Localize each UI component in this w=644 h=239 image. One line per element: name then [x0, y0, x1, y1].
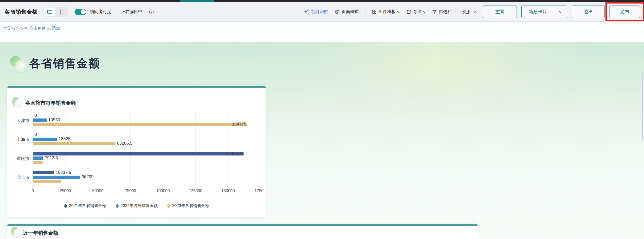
visibility-toggle[interactable] [75, 9, 86, 15]
page-style-label: 页面样式 [342, 9, 359, 15]
more-label: 更多 [463, 9, 471, 15]
palette-icon [335, 9, 340, 14]
legend-label: 2022年各省销售金额 [121, 203, 158, 209]
bar-重庆市-2021年各省销售金额[interactable] [33, 152, 244, 155]
axis-tick [31, 168, 33, 168]
new-card-dropdown-button[interactable] [554, 6, 567, 18]
funnel-icon [432, 10, 437, 14]
chevron-down-icon [423, 10, 426, 13]
legend-item[interactable]: 2022年各省销售金额 [116, 203, 158, 209]
bar-value-label: 63286.5 [117, 141, 132, 146]
legend-label: 2023年各省销售金额 [172, 203, 209, 209]
card-accent-bar [7, 224, 478, 226]
gridline [228, 111, 228, 187]
scrollbar-thumb[interactable] [642, 73, 643, 140]
chevron-down-icon [473, 10, 476, 13]
chart-card-title: 各直辖市每年销售金额 [25, 100, 76, 106]
window-tab-indicator [180, 0, 214, 2]
x-tick-label: 75000 [125, 189, 136, 193]
bar-value-label: 7912.5 [45, 155, 58, 161]
bar-value-label: 36209 [82, 174, 93, 179]
gridline [163, 111, 163, 187]
bar-重庆市-2022年各省销售金额[interactable] [33, 156, 43, 160]
axis-tick [31, 149, 33, 149]
component-template-label: 组件模板 [379, 9, 396, 15]
category-label: 天津市 [7, 118, 29, 124]
axis-tick [31, 187, 33, 187]
bar-上海市-2023年各省销售金额[interactable] [33, 142, 115, 145]
page-style-button[interactable]: 页面样式 [335, 9, 359, 15]
axis-tick [31, 111, 33, 111]
filter-strip: 暂无筛选条件. 点击创建 或 添加 [0, 22, 644, 42]
exit-button[interactable]: 退出 [572, 6, 605, 18]
x-tick-label: 50000 [92, 189, 104, 193]
more-button[interactable]: 更多 [463, 9, 476, 15]
filter-bar-label: 筛选栏 [439, 9, 452, 15]
title-decoration-ring [15, 60, 28, 73]
window-top-strip [0, 0, 644, 2]
bar-value-label: 0 [35, 113, 37, 118]
bar-重庆市-2023年各省销售金额[interactable] [33, 161, 43, 164]
filter-add-link[interactable]: 添加 [52, 26, 60, 30]
bar-value-label: 10550 [48, 117, 60, 123]
bar-天津市-2022年各省销售金额[interactable] [33, 118, 47, 122]
chart-legend: 2021年各省销售金额2022年各省销售金额2023年各省销售金额 [7, 203, 266, 209]
x-tick-label: 1750... [255, 189, 267, 193]
ai-insight-label: 智能洞察 [311, 9, 328, 15]
grid-icon [372, 10, 377, 14]
chevron-down-icon [397, 10, 400, 13]
export-icon [406, 10, 411, 14]
bar-北京市-2021年各省销售金额[interactable] [33, 171, 54, 174]
filter-conjunction: 或 [47, 26, 51, 30]
bar-value-label: 0 [35, 132, 37, 137]
mobile-view-button[interactable] [56, 8, 67, 16]
leaf-icon [12, 97, 22, 108]
page-title: 各省销售金额 [29, 56, 100, 71]
device-switch [43, 7, 68, 17]
gridline [195, 111, 196, 187]
gridline [261, 111, 261, 187]
bar-天津市-2023年各省销售金额[interactable] [33, 123, 247, 126]
visibility-toggle-label: 访问者可见 [90, 9, 111, 15]
component-template-button[interactable]: 组件模板 [372, 9, 400, 15]
legend-dot-icon [64, 204, 67, 208]
desktop-view-button[interactable] [44, 8, 55, 16]
bar-value-label: 164775 [232, 122, 246, 127]
x-tick-label: 25000 [60, 189, 71, 193]
dashboard-title: 各省销售金额 [5, 8, 38, 15]
filter-bar-button[interactable]: 筛选栏 [432, 9, 456, 15]
y-axis-line [33, 111, 33, 187]
filter-empty-text: 暂无筛选条件. [3, 26, 28, 30]
bar-北京市-2022年各省销售金额[interactable] [33, 176, 80, 179]
filter-create-link[interactable]: 点击创建 [29, 26, 46, 30]
new-card-button[interactable]: 新建卡片 [522, 6, 554, 18]
toggle-knob [81, 9, 86, 14]
bar-北京市-2023年各省销售金额[interactable] [33, 180, 61, 183]
info-icon[interactable]: i [149, 10, 154, 14]
chevron-down-icon [559, 10, 562, 13]
export-label: 导出 [413, 9, 422, 15]
legend-item[interactable]: 2023年各省销售金额 [167, 203, 209, 209]
legend-item[interactable]: 2021年各省销售金额 [64, 203, 106, 209]
category-label: 上海市 [7, 137, 29, 142]
toolbar-divider [365, 9, 365, 15]
legend-dot-icon [116, 204, 119, 208]
x-tick-label: 150000 [221, 189, 235, 193]
publish-button[interactable]: 发布 [609, 6, 640, 18]
chevron-up-icon [453, 11, 457, 14]
phone-icon [60, 10, 63, 14]
bar-上海市-2022年各省销售金额[interactable] [33, 138, 57, 141]
chart-card[interactable]: 各直辖市每年销售金额 02500050000750001000001250001… [7, 86, 266, 217]
dashboard-canvas: 各省销售金额 各直辖市每年销售金额 0250005000075000100000… [0, 42, 644, 239]
axis-tick [31, 130, 33, 130]
ai-insight-button[interactable]: 智能洞察 [304, 9, 328, 15]
new-card-split-button: 新建卡片 [521, 6, 567, 18]
gridline [98, 111, 98, 187]
gridline [65, 111, 65, 187]
bar-value-label: 16237.5 [56, 170, 71, 175]
category-label: 重庆市 [7, 156, 29, 162]
editing-status: 正在编辑中... [121, 9, 146, 15]
export-button[interactable]: 导出 [406, 9, 426, 15]
reset-button[interactable]: 重置 [483, 6, 517, 18]
bottom-card[interactable]: 近一年销售金额 [7, 224, 478, 239]
